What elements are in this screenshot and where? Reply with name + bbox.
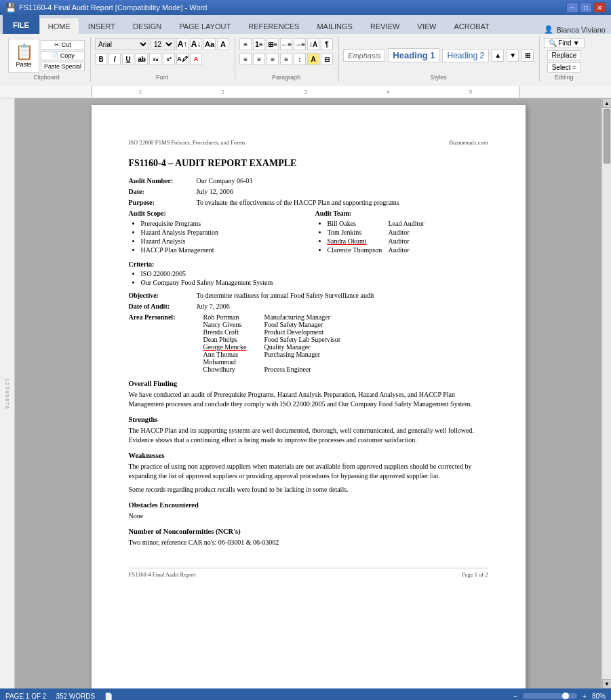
list-item: Nancy Givens Food Safety Manager [129,321,488,328]
clear-format-button[interactable]: A [217,38,229,50]
align-left-button[interactable]: ≡ [239,53,252,65]
scroll-thumb[interactable] [604,109,610,163]
numbering-button[interactable]: 1≡ [253,38,265,50]
scroll-down-button[interactable]: ▼ [602,679,611,688]
list-item: Ann Thomas Purchasing Manager [129,351,488,358]
increase-indent-button[interactable]: →≡ [294,38,306,50]
vertical-ruler: 1 2 3 4 5 6 7 8 [0,98,15,688]
vertical-scrollbar[interactable]: ▲ ▼ [602,98,611,688]
cut-button[interactable]: ✂ Cut [41,40,85,50]
document-page: ISO 22000 FSMS Policies, Procedures, and… [92,105,526,688]
list-item: Our Company Food Safety Management Syste… [141,279,488,286]
date-value: July 12, 2006 [197,188,488,195]
styles-more[interactable]: ⊞ [521,50,534,62]
decrease-indent-button[interactable]: ←≡ [280,38,292,50]
bold-button[interactable]: B [95,53,107,65]
shrink-font-button[interactable]: A↓ [190,38,202,50]
font-size-select[interactable]: 12 [151,38,175,50]
select-button[interactable]: Select = [547,62,581,73]
ncr-text: Two minor, reference CAR no's: 06-03001 … [129,538,488,547]
purpose-label: Purpose: [129,199,197,206]
styles-label: Styles [343,73,534,81]
tab-file[interactable]: FILE [3,15,39,34]
superscript-button[interactable]: x² [163,53,175,65]
strikethrough-button[interactable]: ab [136,53,148,65]
text-highlight-button[interactable]: A🖍 [176,53,189,65]
list-item: Tom JenkinsAuditor [328,229,488,236]
grow-font-button[interactable]: A↑ [176,38,189,50]
restore-button[interactable]: □ [580,2,592,13]
date-of-audit-value: July 7, 2006 [197,303,488,310]
tab-design[interactable]: DESIGN [124,18,170,34]
change-case-button[interactable]: Aa [203,38,216,50]
align-right-button[interactable]: ≡ [267,53,279,65]
minimize-button[interactable]: ─ [566,2,578,13]
list-item: Bill OakesLead Auditor [328,220,488,227]
italic-button[interactable]: I [109,53,121,65]
find-button[interactable]: 🔍 Find ▼ [544,38,584,48]
style-emphasis[interactable]: Emphasis [343,50,385,62]
sort-button[interactable]: ↕A [307,38,319,50]
font-label: Font [95,73,229,81]
status-bar-left: PAGE 1 OF 2 352 WORDS 📄 [5,693,113,700]
paste-button[interactable]: 📋 Paste [8,39,39,73]
justify-button[interactable]: ≡ [280,53,292,65]
list-item: Chowdhury Process Engineer [129,366,488,373]
paste-label: Paste [16,61,31,68]
doc-footer: FS1160-4 Final Audit Report Page 1 of 2 [129,568,488,578]
paste-special-button[interactable]: Paste Special [41,62,85,71]
strengths-heading: Strengths [129,416,488,423]
criteria-section: Criteria: ISO 22000:2005 Our Company Foo… [129,260,488,286]
underline-button[interactable]: U [122,53,134,65]
style-heading1[interactable]: Heading 1 [388,48,439,62]
styles-scroll-down[interactable]: ▼ [507,50,519,62]
close-button[interactable]: ✕ [593,2,606,13]
shading-button[interactable]: A [307,53,319,65]
word-count: 352 WORDS [56,693,95,700]
scroll-track[interactable] [602,108,611,679]
list-item: ISO 22000:2005 [141,270,488,277]
ap-title-0: Manufacturing Manager [264,313,488,321]
line-spacing-button[interactable]: ↕ [294,53,306,65]
zoom-slider[interactable] [523,693,577,699]
bullets-button[interactable]: ≡ [239,38,252,50]
replace-button[interactable]: Replace [547,50,582,60]
list-item: George Mencke Quality Manager [129,343,488,351]
subscript-button[interactable]: x₂ [149,53,161,65]
tab-mailings[interactable]: MAILINGS [308,18,361,34]
layout-icon: 📄 [104,693,113,700]
styles-scroll-up[interactable]: ▲ [492,50,504,62]
tab-review[interactable]: REVIEW [361,18,408,34]
doc-title: FS1160-4 – AUDIT REPORT EXAMPLE [129,158,488,169]
list-item: Brenda Croft Product Development [129,328,488,336]
objective-label: Objective: [129,292,197,299]
tab-home[interactable]: HOME [39,18,79,34]
tab-insert[interactable]: INSERT [79,18,124,34]
tab-references[interactable]: REFERENCES [239,18,308,34]
style-heading2[interactable]: Heading 2 [442,49,489,62]
tab-view[interactable]: VIEW [408,18,445,34]
date-field: Date: July 12, 2006 [129,188,488,195]
show-hide-button[interactable]: ¶ [321,38,333,50]
zoom-level: 80% [592,693,606,700]
tab-page-layout[interactable]: PAGE LAYOUT [170,18,239,34]
tab-acrobat[interactable]: ACROBAT [445,18,498,34]
list-item: Clarence ThompsonAuditor [328,246,488,254]
align-center-button[interactable]: ≡ [253,53,265,65]
font-group-content: Arial 12 A↑ A↓ Aa A B I U ab x₂ x² A🖍 A [95,38,229,73]
zoom-in-button[interactable]: + [583,693,587,700]
font-color-button[interactable]: A [190,53,202,65]
font-family-select[interactable]: Arial [95,38,149,50]
border-button[interactable]: ⊟ [321,53,333,65]
objective-value: To determine readiness for annual Food S… [197,292,488,299]
font-row-1: Arial 12 A↑ A↓ Aa A [95,38,229,50]
zoom-out-button[interactable]: − [513,693,517,700]
font-row-2: B I U ab x₂ x² A🖍 A [95,53,202,65]
word-icon: 💾 [5,3,16,13]
doc-header-right: Bizmanualz.com [449,139,488,146]
clipboard-group: 📋 Paste ✂ Cut 📄 Copy Paste Special Clipb… [5,37,91,82]
multilevel-button[interactable]: ⊞≡ [267,38,279,50]
doc-header-left: ISO 22000 FSMS Policies, Procedures, and… [129,139,245,146]
scroll-up-button[interactable]: ▲ [602,98,611,108]
copy-button[interactable]: 📄 Copy [41,51,85,60]
